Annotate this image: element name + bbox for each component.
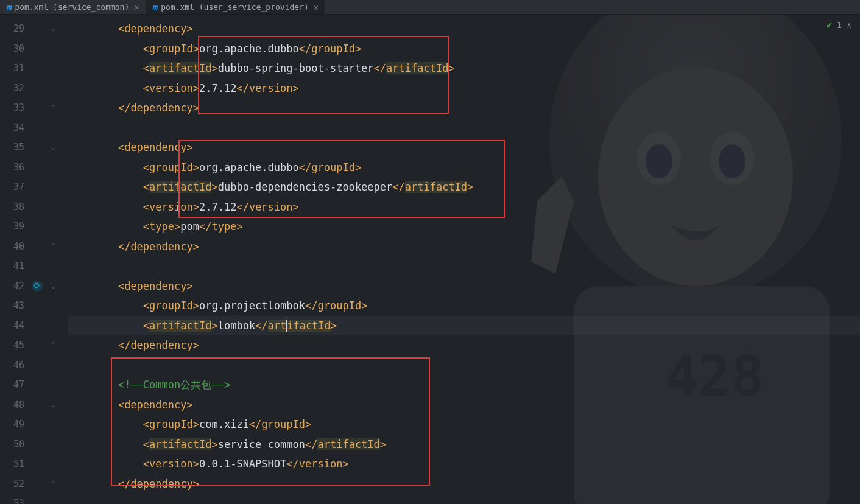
line-number: 52: [0, 474, 24, 494]
line-number: 41: [0, 256, 24, 276]
tab-pom-user-service-provider[interactable]: m pom.xml (user_service_provider) ×: [146, 0, 326, 14]
code-line[interactable]: <dependency>: [68, 395, 860, 415]
fold-close-icon[interactable]: ⌃: [51, 480, 58, 488]
line-number: 42: [0, 276, 24, 296]
code-line[interactable]: <groupId>org.apache.dubbo</groupId>: [68, 39, 860, 59]
tab-label: pom.xml (user_service_provider): [161, 2, 309, 12]
line-number: 49: [0, 415, 24, 435]
code-line[interactable]: </dependency>: [68, 237, 860, 257]
line-number: 35: [0, 138, 24, 158]
code-line[interactable]: <groupId>org.apache.dubbo</groupId>: [68, 158, 860, 178]
code-editor[interactable]: 2930313233343536373839404142434445464748…: [0, 15, 860, 504]
close-icon[interactable]: ×: [134, 2, 139, 12]
line-number: 53: [0, 494, 24, 504]
line-number: 29: [0, 19, 24, 39]
maven-icon: m: [6, 2, 11, 12]
fold-open-icon[interactable]: ⌄: [51, 144, 58, 151]
line-number: 38: [0, 197, 24, 217]
code-line[interactable]: <dependency>: [68, 276, 860, 296]
code-line[interactable]: <type>pom</type>: [68, 217, 860, 237]
line-number: 47: [0, 375, 24, 395]
code-line[interactable]: <dependency>: [68, 19, 860, 39]
code-line[interactable]: <groupId>com.xizi</groupId>: [68, 415, 860, 435]
tab-pom-service-common[interactable]: m pom.xml (service_common) ×: [0, 0, 146, 14]
line-number: 30: [0, 39, 24, 59]
fold-column: ⌄⌃⌄⌃⌄⌃⌄⌃⟳: [30, 15, 68, 504]
line-number: 33: [0, 98, 24, 118]
line-number: 36: [0, 158, 24, 178]
fold-open-icon[interactable]: ⌄: [51, 25, 58, 32]
code-line[interactable]: [68, 355, 860, 376]
line-number: 31: [0, 58, 24, 79]
fold-close-icon[interactable]: ⌃: [51, 104, 58, 111]
code-line[interactable]: </dependency>: [68, 335, 860, 355]
editor-tabs: m pom.xml (service_common) × m pom.xml (…: [0, 0, 860, 15]
close-icon[interactable]: ×: [314, 2, 319, 12]
code-line[interactable]: [68, 118, 860, 138]
line-number: 37: [0, 177, 24, 197]
line-number: 45: [0, 335, 24, 355]
inspection-widget[interactable]: ✔ 1 ∧: [827, 19, 851, 30]
line-number: 46: [0, 355, 24, 376]
code-line[interactable]: </dependency>: [68, 474, 860, 494]
chevron-up-icon[interactable]: ∧: [847, 21, 851, 30]
code-line[interactable]: <artifactId>service_common</artifactId>: [68, 435, 860, 455]
code-line[interactable]: <artifactId>lombok</artifactId>: [68, 316, 860, 336]
code-line[interactable]: <artifactId>dubbo-spring-boot-starter</a…: [68, 58, 860, 79]
code-line[interactable]: <artifactId>dubbo-dependencies-zookeeper…: [68, 177, 860, 197]
line-numbers-gutter: 2930313233343536373839404142434445464748…: [0, 15, 30, 504]
gutter-annotation-icon[interactable]: ⟳: [32, 281, 43, 292]
fold-close-icon[interactable]: ⌃: [51, 243, 58, 250]
check-count: 1: [837, 20, 842, 30]
line-number: 32: [0, 79, 24, 99]
line-number: 48: [0, 395, 24, 415]
code-line[interactable]: <!——Common公共包——>: [68, 375, 860, 395]
line-number: 44: [0, 316, 24, 336]
code-line[interactable]: <version>2.7.12</version>: [68, 79, 860, 99]
code-line[interactable]: [68, 494, 860, 504]
check-icon: ✔: [827, 19, 832, 30]
code-area[interactable]: <dependency> <groupId>org.apache.dubbo</…: [68, 15, 860, 504]
fold-open-icon[interactable]: ⌄: [51, 282, 58, 290]
line-number: 34: [0, 118, 24, 138]
maven-icon: m: [152, 2, 157, 12]
code-line[interactable]: [68, 256, 860, 276]
line-number: 40: [0, 237, 24, 257]
fold-close-icon[interactable]: ⌃: [51, 341, 58, 349]
code-line[interactable]: </dependency>: [68, 98, 860, 118]
code-line[interactable]: <dependency>: [68, 138, 860, 158]
fold-open-icon[interactable]: ⌄: [51, 401, 58, 408]
code-line[interactable]: <version>0.0.1-SNAPSHOT</version>: [68, 454, 860, 474]
line-number: 51: [0, 454, 24, 474]
code-line[interactable]: <groupId>org.projectlombok</groupId>: [68, 296, 860, 316]
line-number: 50: [0, 435, 24, 455]
tab-label: pom.xml (service_common): [15, 2, 129, 12]
line-number: 39: [0, 217, 24, 237]
line-number: 43: [0, 296, 24, 316]
code-line[interactable]: <version>2.7.12</version>: [68, 197, 860, 217]
